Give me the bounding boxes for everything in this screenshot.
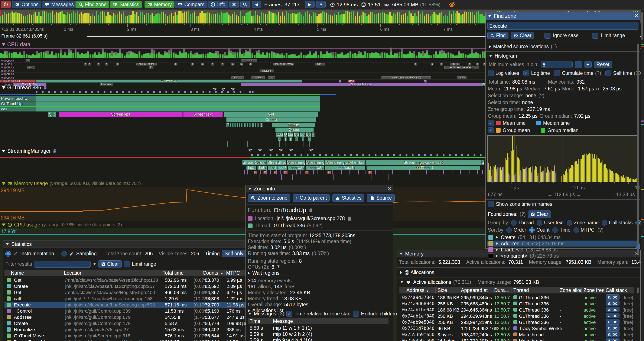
zone[interactable]: Create — [226, 117, 316, 122]
memory-scrollbar[interactable] — [637, 287, 639, 293]
zone[interactable]: LoU — [268, 166, 278, 170]
zone[interactable]: Up — [306, 132, 311, 137]
sample-dot[interactable] — [282, 154, 284, 156]
zone[interactable] — [0, 101, 320, 106]
zone[interactable]: audio.se — [232, 76, 244, 79]
increment-button[interactable]: + — [584, 61, 592, 68]
sample-dot[interactable] — [276, 154, 278, 156]
table-row[interactable]: 0x74ab1ef040256 KB294,629,948ns13:50.7GL… — [399, 313, 634, 319]
column-header[interactable]: Appeared at — [461, 287, 488, 293]
sample-dot[interactable] — [288, 154, 290, 156]
zone-statistics-button[interactable]: Statistics — [332, 194, 364, 202]
alloc-callstack-button[interactable]: alloc — [606, 325, 620, 331]
zone[interactable]: LoU — [258, 166, 267, 170]
go-to-parent-button[interactable]: ↑Go to parent — [293, 194, 330, 202]
sample-dot[interactable] — [362, 154, 364, 156]
sample-dot[interactable] — [104, 91, 106, 93]
table-row[interactable]: 0x7553b9fa508 bytes153,492,240ns13:50.8M… — [399, 331, 634, 337]
message-row[interactable]: 5.59 smip 9 w 4 h 4 (16) — [248, 337, 388, 341]
zone[interactable]: audio. — [252, 76, 265, 79]
find-zone-panel-header[interactable]: Find zone × — [486, 12, 640, 20]
zone[interactable]: Strea — [277, 160, 286, 165]
found-zone-group-row[interactable]: AddTree(18,542) 227.19 ms — [487, 241, 638, 246]
table-row[interactable]: Createjni/../jni/src/claw/base/LuaScript… — [4, 283, 246, 289]
zone[interactable]: St — [482, 160, 484, 165]
sample-dot[interactable] — [54, 91, 56, 93]
time-histogram[interactable] — [487, 135, 639, 182]
zone[interactable] — [0, 107, 320, 112]
zone[interactable]: cds_ol_rx_thr — [136, 63, 157, 66]
zoom-search-button[interactable] — [240, 1, 250, 8]
table-row[interactable]: Normalizejni/../jni/src/claw/vfs/Vfs.cpp… — [4, 326, 246, 333]
statistics-panel-header[interactable]: Statistics × — [3, 241, 250, 248]
sort-by-radio-time[interactable] — [552, 227, 558, 233]
zone[interactable]: ScreenText — [183, 112, 223, 117]
sample-dot[interactable] — [98, 91, 99, 93]
limit-range-checkbox[interactable] — [592, 33, 598, 39]
log-time-checkbox[interactable]: ✓ — [524, 70, 529, 76]
zone[interactable]: ( — [260, 123, 262, 127]
sort-by-radio-count[interactable] — [529, 227, 535, 233]
group-by-radio-user-text[interactable] — [537, 220, 542, 226]
zone[interactable] — [312, 132, 314, 137]
zone[interactable]: c — [84, 63, 87, 66]
zone[interactable]: LoadData U — [325, 166, 365, 170]
zone[interactable] — [244, 123, 246, 127]
table-row[interactable]: 0x74a9d37040186.35 KB295,999,844ns13:50.… — [399, 294, 634, 300]
options-button[interactable]: Options — [12, 1, 41, 8]
found-zone-group-row[interactable]: <no parent>(9) 225.73 µs — [487, 253, 638, 259]
zone[interactable] — [255, 123, 256, 127]
table-row[interactable]: Get/mnt/e/claw/src/claw/base/AssetDict.h… — [4, 277, 246, 283]
sample-dot[interactable] — [393, 154, 395, 156]
zone[interactable]: c — [431, 63, 434, 66]
sample-dot[interactable] — [270, 154, 272, 156]
source-button[interactable]: Source — [367, 194, 395, 202]
zone[interactable]: Strean — [242, 160, 254, 165]
zone[interactable]: Gl — [482, 83, 485, 86]
table-row[interactable]: Get/mnt/e/claw/src/claw/base/Registry.hp… — [4, 289, 246, 295]
histogram-toggle[interactable]: Histogram — [489, 53, 517, 59]
sample-dot[interactable] — [147, 91, 149, 93]
zone[interactable]: c — [97, 63, 100, 66]
matched-locations-toggle[interactable]: Matched source locations (1) — [489, 44, 557, 50]
table-row[interactable]: 0x7531d7b04096 KB1:10 234,952,16112:40.7… — [399, 325, 634, 331]
zone[interactable]: E — [226, 123, 229, 127]
column-header[interactable]: Size — [438, 287, 447, 293]
zone[interactable]: c — [116, 63, 119, 66]
messages-button[interactable]: Messages — [42, 1, 76, 8]
zone[interactable]: Streaming — [306, 160, 324, 165]
column-header[interactable]: Thread — [513, 287, 529, 293]
sample-dot[interactable] — [221, 91, 223, 93]
statistics-button[interactable]: Statistics — [110, 1, 142, 8]
zone[interactable]: Trac — [348, 80, 354, 83]
zone[interactable]: | — [284, 137, 286, 141]
table-row[interactable]: ~Controljni/../jni/src/guif/Control.cpp:… — [4, 308, 246, 314]
group-by-radio-thread[interactable] — [511, 220, 516, 226]
group-mean-checkbox[interactable]: ✓ — [488, 127, 494, 133]
sample-dot[interactable] — [424, 154, 426, 156]
clipboard-icon[interactable] — [308, 208, 314, 213]
zone[interactable]: c — [476, 63, 479, 66]
table-row[interactable]: calljni/../jni/../../../src/claw/base/Lu… — [4, 295, 246, 302]
alloc-callstack-button[interactable]: alloc — [606, 300, 620, 306]
zone[interactable]: Strear — [254, 160, 266, 165]
table-row[interactable]: AddTreejni/../jni/src/guif/Control.cpp:6… — [4, 314, 246, 320]
zone-marker-icon[interactable] — [279, 149, 282, 152]
clipboard-icon[interactable] — [347, 216, 352, 221]
found-zone-group-row[interactable]: LoadLevel(18) 406.88 µs — [487, 247, 638, 253]
sample-dot[interactable] — [338, 154, 340, 156]
sample-dot[interactable] — [172, 91, 174, 93]
close-icon[interactable]: × — [388, 185, 392, 192]
sample-dot[interactable] — [264, 154, 265, 156]
column-header[interactable]: Address▲ — [406, 287, 429, 293]
zone[interactable]: ( — [302, 137, 304, 141]
sort-by-radio-mtpc[interactable] — [574, 227, 579, 233]
zone[interactable]: audioser — [260, 70, 274, 72]
allocations-toggle[interactable]: @ Allocations — [400, 269, 434, 275]
zone[interactable]: StreamingManager — [241, 83, 482, 86]
zone[interactable]: cds_ — [315, 63, 324, 66]
zone[interactable]: U — [284, 132, 287, 137]
log-values-checkbox[interactable] — [488, 70, 494, 76]
sample-dot[interactable] — [368, 154, 370, 156]
sample-dot[interactable] — [474, 154, 476, 156]
